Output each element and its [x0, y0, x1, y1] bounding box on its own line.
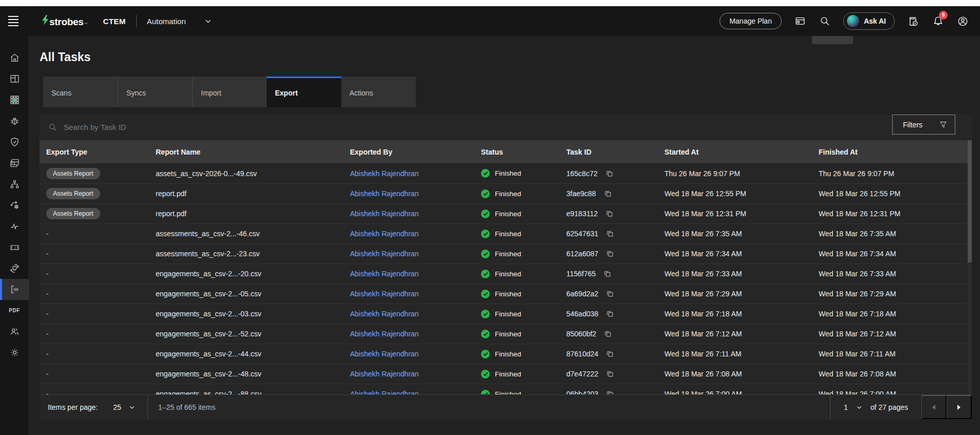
strobes-logo[interactable]: strobes ™: [41, 15, 88, 28]
exported-by-link[interactable]: Abishekh Rajendhran: [350, 230, 419, 238]
copy-icon[interactable]: [605, 210, 614, 218]
exported-by-link[interactable]: Abishekh Rajendhran: [350, 330, 419, 338]
column-header-status: Status: [481, 140, 566, 163]
copy-icon[interactable]: [605, 169, 614, 178]
started-at-cell: Wed 18 Mar 26 12:55 PM: [664, 184, 819, 203]
sidebar-item-pdf[interactable]: PDF: [0, 300, 29, 321]
home-icon: [9, 52, 20, 63]
sidebar-item-home[interactable]: [0, 47, 29, 68]
tab-actions[interactable]: Actions: [341, 77, 416, 107]
previous-page-button[interactable]: [921, 395, 947, 419]
search-input[interactable]: [64, 123, 783, 131]
copy-icon[interactable]: [606, 230, 614, 238]
module-switcher[interactable]: Automation: [147, 17, 212, 26]
ask-ai-button[interactable]: Ask AI: [843, 12, 895, 30]
copy-icon[interactable]: [606, 290, 614, 298]
sidebar-item-ticket[interactable]: [0, 237, 29, 258]
task-id-cell: 62547631: [566, 224, 664, 243]
page-number-select[interactable]: 1 of 27 pages: [830, 395, 921, 419]
table-row: Assets Reportreport.pdfAbishekh Rajendhr…: [40, 183, 972, 203]
tab-scans[interactable]: Scans: [43, 77, 118, 107]
sidebar-item-shield-check[interactable]: [0, 131, 29, 153]
sidebar-item-apps[interactable]: [0, 89, 29, 110]
task-id-cell: 85060bf2: [566, 324, 664, 344]
sidebar-item-bug[interactable]: [0, 110, 29, 131]
menu-icon[interactable]: [8, 14, 23, 28]
task-id-text: 3fae9c88: [566, 190, 596, 198]
column-header-finished-at: Finished At: [819, 140, 972, 163]
notifications-button[interactable]: 9: [932, 15, 944, 27]
chevron-down-icon: [856, 404, 862, 410]
tab-bar: Scans Syncs Import Export Actions: [43, 77, 980, 107]
copy-icon[interactable]: [604, 330, 612, 338]
next-page-button[interactable]: [947, 395, 972, 419]
exported-by-link[interactable]: Abishekh Rajendhran: [350, 290, 419, 298]
copy-icon[interactable]: [606, 250, 614, 258]
account-icon[interactable]: [956, 15, 969, 27]
export-type-empty: -: [46, 290, 49, 298]
scrollbar-thumb[interactable]: [968, 140, 972, 262]
copy-icon[interactable]: [606, 390, 614, 394]
export-type-badge: Assets Report: [46, 168, 100, 179]
sidebar-item-users[interactable]: [0, 321, 29, 342]
exported-by-link[interactable]: Abishekh Rajendhran: [350, 310, 419, 318]
sidebar-item-settings[interactable]: [0, 342, 29, 363]
browser-gap: [0, 0, 980, 6]
export-type-empty: -: [46, 370, 49, 378]
exported-by-link[interactable]: Abishekh Rajendhran: [350, 210, 419, 218]
table-row: Assets Reportreport.pdfAbishekh Rajendhr…: [40, 203, 972, 223]
status-text: Finished: [495, 290, 521, 298]
exported-by-link[interactable]: Abishekh Rajendhran: [350, 250, 419, 258]
bolt-icon: [41, 15, 49, 25]
automation-icon: [9, 284, 20, 295]
billing-card-icon[interactable]: [794, 15, 806, 27]
tab-import[interactable]: Import: [192, 77, 267, 107]
manage-plan-button[interactable]: Manage Plan: [719, 13, 782, 29]
trademark: ™: [84, 22, 88, 26]
task-id-cell: 3fae9c88: [566, 184, 664, 203]
sidebar-item-shield-sync[interactable]: [0, 258, 29, 279]
scheduled-reports-icon[interactable]: [907, 15, 919, 27]
exported-by-link[interactable]: Abishekh Rajendhran: [350, 190, 419, 198]
filters-button[interactable]: Filters: [892, 115, 955, 135]
tab-export[interactable]: Export: [267, 77, 341, 107]
export-type-cell: -: [40, 224, 156, 243]
sidebar-item-activity[interactable]: [0, 216, 29, 237]
status-finished-icon: [481, 350, 490, 358]
export-type-empty: -: [46, 270, 49, 278]
status-text: Finished: [495, 230, 521, 238]
sidebar-item-data-table[interactable]: [0, 153, 29, 174]
total-pages-text: of 27 pages: [871, 403, 908, 411]
sidebar-item-dashboard[interactable]: [0, 68, 29, 89]
copy-icon[interactable]: [606, 310, 614, 318]
exported-by-cell: Abishekh Rajendhran: [350, 224, 481, 243]
ask-ai-label: Ask AI: [864, 17, 886, 25]
exported-by-link[interactable]: Abishekh Rajendhran: [350, 370, 419, 378]
sidebar-item-sync-settings[interactable]: [0, 195, 29, 216]
copy-icon[interactable]: [606, 370, 614, 378]
exported-by-link[interactable]: Abishekh Rajendhran: [350, 270, 419, 278]
task-id-text: 6a69d2a2: [566, 290, 598, 298]
sidebar-item-automation[interactable]: [0, 279, 29, 300]
search-icon[interactable]: [819, 15, 831, 27]
export-type-cell: Assets Report: [40, 163, 156, 183]
copy-icon[interactable]: [603, 270, 612, 278]
exported-by-link[interactable]: Abishekh Rajendhran: [350, 350, 419, 358]
task-id-text: 165c8c72: [566, 169, 598, 178]
started-at-cell: Wed 18 Mar 26 7:33 AM: [664, 264, 819, 283]
tab-syncs[interactable]: Syncs: [118, 77, 192, 107]
copy-icon[interactable]: [606, 350, 614, 358]
table-row: -assessments_as_csv-2...-46.csvAbishekh …: [40, 223, 972, 243]
exported-by-link[interactable]: Abishekh Rajendhran: [350, 390, 419, 394]
exported-by-cell: Abishekh Rajendhran: [350, 264, 481, 283]
status-cell: Finished: [481, 244, 566, 263]
page-size-select[interactable]: 25: [98, 395, 147, 419]
started-at-cell: Wed 18 Mar 26 7:12 AM: [664, 324, 819, 344]
sidebar-item-hierarchy[interactable]: [0, 174, 29, 195]
exported-by-link[interactable]: Abishekh Rajendhran: [350, 169, 419, 178]
export-type-cell: -: [40, 324, 156, 344]
logo-text: strobes: [49, 16, 84, 28]
table-region: Export TypeReport NameExported ByStatusT…: [40, 140, 972, 394]
copy-icon[interactable]: [604, 190, 612, 198]
exported-by-cell: Abishekh Rajendhran: [350, 304, 481, 324]
